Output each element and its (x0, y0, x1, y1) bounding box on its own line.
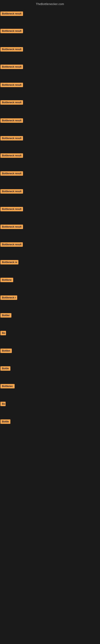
bottleneck-badge-6[interactable]: Bottleneck result (0, 100, 23, 105)
bottleneck-badge-12[interactable]: Bottleneck result (0, 207, 23, 211)
bottleneck-badge-16[interactable]: Bottlene (0, 278, 13, 282)
bottleneck-badge-18[interactable]: Bottler (0, 313, 11, 318)
bottleneck-badge-14[interactable]: Bottleneck result (0, 242, 23, 247)
bottleneck-badge-9[interactable]: Bottleneck result (0, 153, 23, 158)
bottleneck-badge-5[interactable]: Bottleneck result (0, 83, 23, 87)
bottleneck-badge-19[interactable]: Bo (0, 331, 6, 335)
bottleneck-badge-22[interactable]: Bottlenec (0, 384, 15, 388)
bottleneck-badge-17[interactable]: Bottleneck r (0, 296, 17, 300)
bottleneck-badge-21[interactable]: Bottle (0, 366, 10, 371)
bottleneck-badge-11[interactable]: Bottleneck result (0, 189, 23, 194)
bottleneck-badge-20[interactable]: Bottlen (0, 348, 12, 353)
bottleneck-badge-8[interactable]: Bottleneck result (0, 136, 23, 140)
bottleneck-badge-10[interactable]: Bottleneck result (0, 171, 23, 176)
site-title: TheBottlenecker.com (0, 1, 100, 7)
bottleneck-badge-23[interactable]: Bo (0, 402, 6, 406)
bottleneck-badge-7[interactable]: Bottleneck result (0, 118, 23, 123)
bottleneck-badge-2[interactable]: Bottleneck result (0, 29, 23, 33)
bottleneck-badge-1[interactable]: Bottleneck result (0, 12, 23, 16)
bottleneck-badge-3[interactable]: Bottleneck result (0, 47, 23, 52)
bottleneck-badge-24[interactable]: Bottle (0, 420, 10, 424)
bottleneck-badge-13[interactable]: Bottleneck result (0, 224, 23, 229)
bottleneck-badge-15[interactable]: Bottleneck re (0, 260, 18, 264)
bottleneck-badge-4[interactable]: Bottleneck result (0, 64, 23, 69)
